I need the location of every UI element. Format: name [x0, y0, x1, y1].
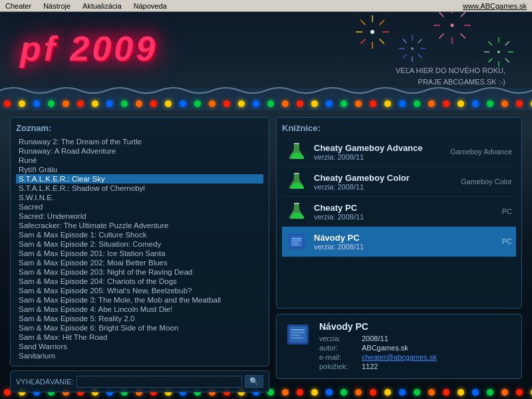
- christmas-light: [209, 100, 215, 107]
- game-list-item[interactable]: Runaway: A Road Adventure: [16, 146, 263, 156]
- svg-line-33: [488, 59, 492, 63]
- game-list-item[interactable]: Sam & Max Episode 204: Chariots of the D…: [16, 277, 263, 286]
- game-list-item[interactable]: Sam & Max Episode 201: Ice Station Santa: [16, 249, 263, 258]
- christmas-light: [150, 100, 157, 107]
- christmas-light: [384, 389, 391, 396]
- menu-aktualizacia[interactable]: Aktualizácia: [80, 2, 124, 10]
- game-list-item[interactable]: Sam & Max Episode 6: Bright Side of the …: [16, 323, 263, 332]
- flask-icon: [286, 201, 307, 222]
- detail-version-value: 2008/11: [362, 334, 388, 342]
- christmas-light: [458, 100, 464, 107]
- detail-version-row: verzia: 2008/11: [319, 334, 513, 342]
- detail-count-row: položiek: 1122: [319, 362, 513, 370]
- search-input[interactable]: [76, 376, 242, 388]
- search-button[interactable]: 🔍: [245, 375, 263, 388]
- christmas-light: [180, 100, 186, 107]
- detail-info: Návody PC verzia: 2008/11 autor: ABCgame…: [319, 321, 513, 372]
- svg-line-13: [418, 55, 422, 59]
- detail-email-row: e-mail: cheater@abcgames.sk: [319, 353, 513, 361]
- christmas-light: [458, 389, 464, 396]
- game-list-item[interactable]: Sacred: Underworld: [16, 211, 263, 221]
- menu-cheater[interactable]: Cheater: [3, 2, 34, 10]
- detail-author-row: autor: ABCgames.sk: [319, 344, 513, 352]
- game-list-item[interactable]: Sanitarium: [16, 351, 263, 360]
- lights-top: [0, 97, 532, 110]
- detail-author-value: ABCgames.sk: [362, 344, 408, 352]
- game-list-item[interactable]: S.T.A.L.K.E.R.: Shadow of Chernobyl: [16, 184, 263, 193]
- library-platform: Gameboy Advance: [446, 148, 512, 156]
- website-link[interactable]: www.ABCgames.sk: [460, 2, 529, 10]
- game-list-item[interactable]: Sam & Max Episode 4: Abe Lincoln Must Di…: [16, 305, 263, 314]
- search-panel: VYHĽADÁVANIE: 🔍: [10, 370, 269, 392]
- menu-napoveda[interactable]: Nápoveda: [131, 2, 170, 10]
- svg-line-15: [403, 55, 407, 59]
- game-list-item[interactable]: S.W.I.N.E.: [16, 193, 263, 202]
- christmas-light: [238, 100, 245, 107]
- kniznice-panel: Knižnice: Cheaty Gameboy Advanceverzia: …: [276, 117, 522, 309]
- menu-nastroje[interactable]: Nástroje: [41, 2, 73, 10]
- library-list-item[interactable]: Cheaty Gameboy Advanceverzia: 2008/11Gam…: [282, 137, 516, 167]
- game-list-item[interactable]: Sacred: [16, 202, 263, 211]
- detail-author-label: autor:: [319, 344, 359, 352]
- christmas-light: [326, 389, 332, 396]
- detail-name: Návody PC: [319, 321, 513, 332]
- right-panel: Knižnice: Cheaty Gameboy Advanceverzia: …: [276, 117, 522, 379]
- christmas-light: [19, 100, 25, 107]
- svg-line-17: [403, 39, 407, 43]
- game-list-item[interactable]: Sam & Max: Hit The Road: [16, 332, 263, 342]
- christmas-light: [399, 100, 406, 107]
- main-content: Zoznam: Runaway 2: The Dream of the Turt…: [0, 110, 532, 386]
- game-list-item[interactable]: Sam & Max Episode 203: Night of the Ravi…: [16, 267, 263, 277]
- christmas-light: [106, 100, 113, 107]
- detail-email-link[interactable]: cheater@abcgames.sk: [362, 353, 437, 361]
- game-list-item[interactable]: S.T.A.L.K.E.R.: Clear Sky: [16, 174, 263, 184]
- game-list-item[interactable]: Safecracker: The Ultimate Puzzle Adventu…: [16, 221, 263, 230]
- game-list-item[interactable]: Runaway 2: The Dream of the Turtle: [16, 137, 263, 146]
- svg-rect-38: [294, 143, 299, 144]
- christmas-light: [472, 389, 479, 396]
- christmas-light: [414, 389, 420, 396]
- christmas-light: [165, 100, 172, 107]
- flask-icon: [286, 171, 307, 192]
- game-list-item[interactable]: Sam & Max Episode 2: Situation: Comedy: [16, 239, 263, 249]
- christmas-light: [428, 389, 435, 396]
- christmas-light: [516, 389, 523, 396]
- christmas-light: [428, 100, 435, 107]
- game-list-item[interactable]: Sam & Max Episode 5: Reality 2.0: [16, 314, 263, 323]
- christmas-light: [487, 100, 493, 107]
- library-name: Cheaty Gameboy Advance: [314, 143, 446, 153]
- game-list[interactable]: Runaway 2: The Dream of the TurtleRunawa…: [16, 137, 263, 360]
- game-list-item[interactable]: Sam & Max Episode 1: Culture Shock: [16, 230, 263, 239]
- christmas-light: [501, 100, 508, 107]
- christmas-light: [282, 100, 289, 107]
- svg-line-20: [461, 12, 466, 17]
- game-list-item[interactable]: Rytíři Grálu: [16, 165, 263, 174]
- christmas-light: [326, 100, 332, 107]
- svg-rect-50: [289, 327, 307, 342]
- svg-point-27: [497, 51, 500, 53]
- library-version: verzia: 2008/11: [314, 153, 446, 161]
- library-list-item[interactable]: Cheaty PCverzia: 2008/11PC: [282, 197, 516, 227]
- christmas-light: [501, 389, 508, 396]
- christmas-light: [487, 389, 493, 396]
- library-version: verzia: 2008/11: [314, 243, 446, 251]
- game-list-item[interactable]: Sam & Max Episode 205: What's New, Beelz…: [16, 286, 263, 295]
- game-list-item[interactable]: Sand Warriors: [16, 342, 263, 351]
- game-list-item[interactable]: Sam & Max Episode 3: The Mole, the Mob a…: [16, 295, 263, 305]
- library-list-item[interactable]: Návody PCverzia: 2008/11PC: [282, 227, 516, 257]
- christmas-light: [311, 100, 318, 107]
- library-list[interactable]: Cheaty Gameboy Advanceverzia: 2008/11Gam…: [282, 137, 516, 303]
- zoznam-panel: Zoznam: Runaway 2: The Dream of the Turt…: [10, 117, 269, 366]
- library-list-item[interactable]: Cheaty Gameboy Colorverzia: 2008/11Gameb…: [282, 167, 516, 197]
- svg-rect-40: [294, 173, 299, 174]
- christmas-light: [311, 389, 318, 396]
- detail-icon: [285, 321, 311, 348]
- christmas-light: [399, 389, 406, 396]
- christmas-light: [516, 100, 523, 107]
- christmas-light: [48, 100, 55, 107]
- kniznice-title: Knižnice:: [282, 123, 516, 133]
- game-list-item[interactable]: Sam & Max Episode 202: Moai Better Blues: [16, 258, 263, 267]
- game-list-item[interactable]: Runé: [16, 156, 263, 165]
- library-platform: Gameboy Color: [446, 178, 512, 186]
- detail-count-value: 1122: [362, 362, 378, 370]
